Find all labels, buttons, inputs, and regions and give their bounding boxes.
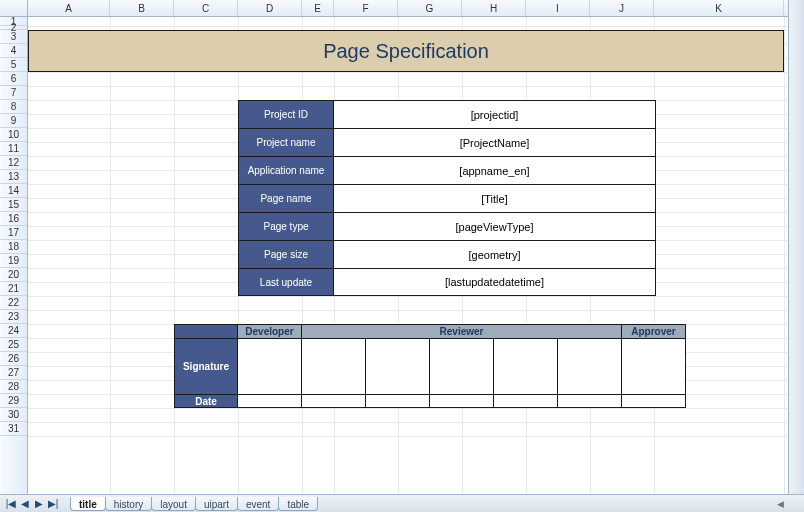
sig-date-cell[interactable] [302, 394, 366, 408]
sig-date-cell[interactable] [238, 394, 302, 408]
row-header-27[interactable]: 27 [0, 366, 27, 380]
col-header-A[interactable]: A [28, 0, 110, 16]
sig-row-signature-label: Signature [174, 338, 238, 394]
tab-scroll-handle-icon[interactable]: ◀ [776, 498, 784, 510]
row-header-31[interactable]: 31 [0, 422, 27, 436]
row-header-7[interactable]: 7 [0, 86, 27, 100]
row-header-3[interactable]: 3 [0, 30, 27, 44]
col-header-E[interactable]: E [302, 0, 334, 16]
col-header-G[interactable]: G [398, 0, 462, 16]
sig-date-cell[interactable] [558, 394, 622, 408]
spec-value-lastupdate[interactable]: [lastupdatedatetime] [334, 268, 656, 296]
sig-cell[interactable] [430, 338, 494, 394]
col-header-H[interactable]: H [462, 0, 526, 16]
tab-uipart[interactable]: uipart [195, 497, 238, 511]
vertical-scrollbar[interactable] [788, 0, 804, 494]
sheet-tab-bar: |◀ ◀ ▶ ▶| title history layout uipart ev… [0, 494, 804, 512]
sig-cell[interactable] [366, 338, 430, 394]
sig-header-developer: Developer [238, 324, 302, 338]
page-title: Page Specification [28, 30, 784, 72]
row-header-20[interactable]: 20 [0, 268, 27, 282]
col-header-F[interactable]: F [334, 0, 398, 16]
row-header-col: 1 2 3 4 5 6 7 8 9 10 11 12 13 14 15 16 1… [0, 17, 28, 494]
sig-cell[interactable] [494, 338, 558, 394]
sig-corner [174, 324, 238, 338]
row-header-24[interactable]: 24 [0, 324, 27, 338]
sig-date-cell[interactable] [622, 394, 686, 408]
sig-cell[interactable] [622, 338, 686, 394]
sig-date-cell[interactable] [494, 394, 558, 408]
spec-label-appname: Application name [238, 156, 334, 184]
row-header-6[interactable]: 6 [0, 72, 27, 86]
spec-value-appname[interactable]: [appname_en] [334, 156, 656, 184]
spec-value-pagesize[interactable]: [geometry] [334, 240, 656, 268]
tab-event[interactable]: event [237, 497, 279, 511]
row-header-13[interactable]: 13 [0, 170, 27, 184]
sig-row-date-label: Date [174, 394, 238, 408]
sig-cell[interactable] [302, 338, 366, 394]
row-header-18[interactable]: 18 [0, 240, 27, 254]
row-header-22[interactable]: 22 [0, 296, 27, 310]
sig-cell[interactable] [558, 338, 622, 394]
nav-next-icon[interactable]: ▶ [32, 497, 46, 511]
col-header-J[interactable]: J [590, 0, 654, 16]
row-header-19[interactable]: 19 [0, 254, 27, 268]
row-header-8[interactable]: 8 [0, 100, 27, 114]
nav-prev-icon[interactable]: ◀ [18, 497, 32, 511]
sig-header-approver: Approver [622, 324, 686, 338]
spec-value-projectname[interactable]: [ProjectName] [334, 128, 656, 156]
row-header-10[interactable]: 10 [0, 128, 27, 142]
sig-cell[interactable] [238, 338, 302, 394]
spec-label-pagesize: Page size [238, 240, 334, 268]
spec-value-pagetype[interactable]: [pageViewType] [334, 212, 656, 240]
row-header-12[interactable]: 12 [0, 156, 27, 170]
row-header-23[interactable]: 23 [0, 310, 27, 324]
row-header-26[interactable]: 26 [0, 352, 27, 366]
row-header-29[interactable]: 29 [0, 394, 27, 408]
col-header-C[interactable]: C [174, 0, 238, 16]
spec-value-projectid[interactable]: [projectid] [334, 100, 656, 128]
row-header-9[interactable]: 9 [0, 114, 27, 128]
row-header-16[interactable]: 16 [0, 212, 27, 226]
spec-value-pagename[interactable]: [Title] [334, 184, 656, 212]
spec-label-pagetype: Page type [238, 212, 334, 240]
select-all-corner[interactable] [0, 0, 28, 16]
row-header-30[interactable]: 30 [0, 408, 27, 422]
nav-first-icon[interactable]: |◀ [4, 497, 18, 511]
sig-date-cell[interactable] [366, 394, 430, 408]
spec-label-projectid: Project ID [238, 100, 334, 128]
row-header-25[interactable]: 25 [0, 338, 27, 352]
row-header-14[interactable]: 14 [0, 184, 27, 198]
signature-table: Developer Reviewer Approver Signature Da… [174, 324, 784, 408]
tab-table[interactable]: table [278, 497, 318, 511]
row-header-11[interactable]: 11 [0, 142, 27, 156]
sig-date-cell[interactable] [430, 394, 494, 408]
sig-header-reviewer: Reviewer [302, 324, 622, 338]
col-header-D[interactable]: D [238, 0, 302, 16]
spec-table: Project ID[projectid] Project name[Proje… [238, 100, 656, 296]
row-header-4[interactable]: 4 [0, 44, 27, 58]
tab-title[interactable]: title [70, 497, 106, 511]
row-header-21[interactable]: 21 [0, 282, 27, 296]
col-header-I[interactable]: I [526, 0, 590, 16]
row-header-5[interactable]: 5 [0, 58, 27, 72]
column-header-row: A B C D E F G H I J K [0, 0, 804, 17]
row-header-17[interactable]: 17 [0, 226, 27, 240]
tab-layout[interactable]: layout [151, 497, 196, 511]
spec-label-pagename: Page name [238, 184, 334, 212]
col-header-K[interactable]: K [654, 0, 784, 16]
spec-label-lastupdate: Last update [238, 268, 334, 296]
col-header-B[interactable]: B [110, 0, 174, 16]
spec-label-projectname: Project name [238, 128, 334, 156]
row-header-28[interactable]: 28 [0, 380, 27, 394]
tab-history[interactable]: history [105, 497, 152, 511]
row-header-15[interactable]: 15 [0, 198, 27, 212]
spreadsheet-grid[interactable]: Page Specification Project ID[projectid]… [28, 17, 804, 494]
nav-last-icon[interactable]: ▶| [46, 497, 60, 511]
